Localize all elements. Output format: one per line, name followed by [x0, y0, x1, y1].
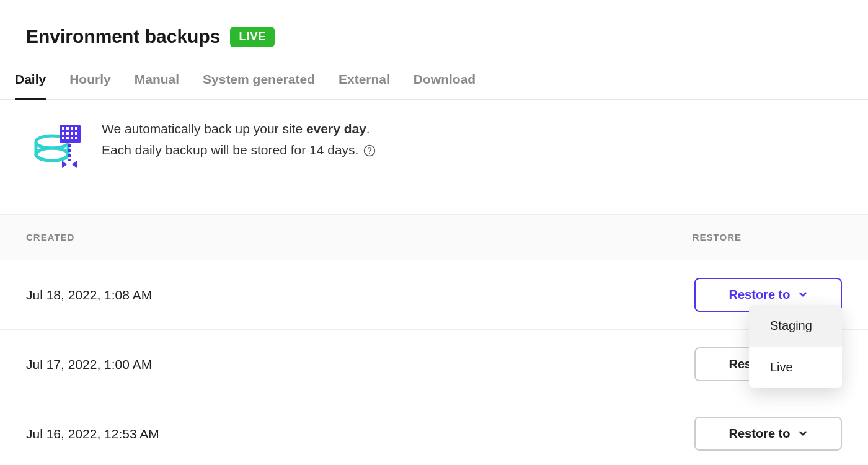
svg-marker-16: [62, 161, 67, 168]
page-header: Environment backups LIVE: [0, 0, 868, 47]
column-header-created: CREATED: [26, 232, 74, 242]
tab-download[interactable]: Download: [414, 72, 476, 99]
svg-rect-11: [62, 137, 64, 140]
tab-system-generated[interactable]: System generated: [203, 72, 315, 99]
svg-marker-17: [72, 161, 77, 168]
svg-rect-8: [66, 132, 69, 135]
svg-rect-14: [75, 137, 78, 140]
backup-database-icon: [32, 118, 84, 170]
dropdown-option-staging[interactable]: Staging: [749, 305, 842, 347]
restore-to-label: Restore to: [729, 288, 790, 302]
svg-rect-7: [62, 132, 64, 135]
restore-to-button[interactable]: Restore to: [694, 417, 842, 451]
info-text: We automatically back up your site every…: [102, 118, 376, 160]
table-row: Jul 16, 2022, 12:53 AM Restore to: [0, 399, 868, 465]
info-line1-prefix: We automatically back up your site: [102, 122, 306, 136]
chevron-down-icon: [799, 288, 807, 302]
info-line1-bold: every day: [306, 122, 366, 136]
svg-rect-9: [71, 132, 73, 135]
svg-rect-5: [71, 127, 73, 130]
info-line1-suffix: .: [366, 122, 370, 136]
tab-external[interactable]: External: [339, 72, 390, 99]
tab-hourly[interactable]: Hourly: [69, 72, 111, 99]
svg-rect-10: [75, 132, 78, 135]
environment-badge: LIVE: [230, 27, 275, 47]
table-header: CREATED RESTORE: [0, 214, 868, 260]
backup-created-date: Jul 18, 2022, 1:08 AM: [26, 288, 152, 303]
help-icon[interactable]: [363, 144, 376, 157]
svg-rect-12: [66, 137, 69, 140]
page-title: Environment backups: [26, 26, 220, 47]
tabs-bar: Daily Hourly Manual System generated Ext…: [0, 47, 868, 100]
svg-rect-6: [75, 127, 78, 130]
info-line2: Each daily backup will be stored for 14 …: [102, 143, 358, 157]
svg-point-19: [369, 153, 370, 154]
svg-rect-13: [71, 137, 73, 140]
column-header-restore: RESTORE: [693, 232, 835, 242]
info-banner: We automatically back up your site every…: [0, 100, 868, 170]
chevron-down-icon: [799, 427, 807, 441]
svg-rect-4: [66, 127, 69, 130]
svg-point-1: [36, 148, 68, 161]
tab-manual[interactable]: Manual: [135, 72, 179, 99]
backup-created-date: Jul 16, 2022, 12:53 AM: [26, 427, 159, 441]
restore-to-dropdown: Staging Live: [749, 305, 842, 388]
tab-daily[interactable]: Daily: [15, 72, 46, 100]
backup-created-date: Jul 17, 2022, 1:00 AM: [26, 357, 152, 372]
dropdown-option-live[interactable]: Live: [749, 347, 842, 388]
restore-to-label: Restore to: [729, 427, 790, 441]
svg-rect-3: [62, 127, 64, 130]
table-row: Jul 18, 2022, 1:08 AM Restore to Staging…: [0, 260, 868, 330]
table-row: Jul 17, 2022, 1:00 AM Restore to: [0, 330, 868, 399]
